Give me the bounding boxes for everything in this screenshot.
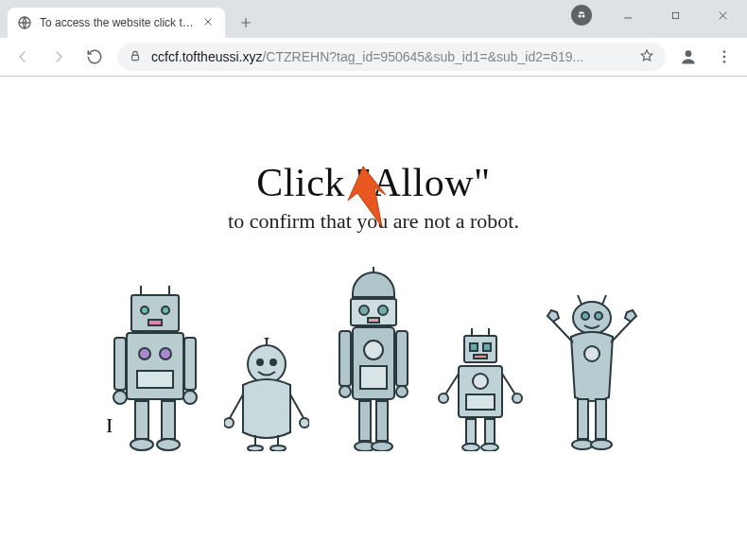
svg-rect-24 <box>162 401 175 439</box>
svg-point-79 <box>584 346 599 361</box>
svg-point-12 <box>141 306 148 314</box>
svg-point-5 <box>686 50 692 57</box>
close-icon[interactable] <box>202 16 216 29</box>
svg-rect-49 <box>339 331 351 386</box>
svg-point-29 <box>265 338 269 339</box>
svg-point-17 <box>160 348 171 359</box>
svg-point-26 <box>157 439 180 450</box>
svg-rect-45 <box>368 318 379 323</box>
svg-point-84 <box>572 440 593 449</box>
url-text: ccfcf.toftheussi.xyz/CTZREHN?tag_id=9506… <box>151 49 630 64</box>
svg-point-64 <box>473 374 488 389</box>
svg-point-43 <box>359 306 369 315</box>
svg-point-67 <box>439 394 448 403</box>
robot-icon <box>540 295 644 451</box>
svg-point-30 <box>257 359 263 365</box>
svg-point-38 <box>248 446 263 451</box>
globe-icon <box>17 15 32 30</box>
svg-rect-3 <box>672 12 678 18</box>
new-tab-button[interactable] <box>233 9 259 36</box>
svg-point-13 <box>162 306 169 314</box>
svg-rect-83 <box>596 399 606 439</box>
svg-point-16 <box>139 348 150 359</box>
svg-point-35 <box>300 418 309 428</box>
svg-point-7 <box>723 56 726 59</box>
svg-rect-20 <box>184 338 196 390</box>
svg-rect-70 <box>466 419 476 444</box>
svg-point-1 <box>579 15 582 18</box>
kebab-menu-icon[interactable] <box>711 44 738 70</box>
text-cursor-icon: I <box>106 413 113 438</box>
svg-point-39 <box>270 446 286 451</box>
svg-point-56 <box>372 442 392 451</box>
back-button[interactable] <box>9 44 36 70</box>
svg-point-25 <box>130 439 153 450</box>
svg-rect-54 <box>376 401 388 441</box>
svg-point-73 <box>481 444 498 451</box>
minimize-button[interactable] <box>607 1 649 29</box>
svg-rect-23 <box>135 401 148 439</box>
page-content: Click "Allow" to confirm that you are no… <box>0 160 747 560</box>
incognito-icon <box>571 5 592 26</box>
svg-rect-60 <box>470 343 478 351</box>
svg-point-78 <box>595 312 602 320</box>
svg-line-68 <box>502 374 515 394</box>
svg-rect-62 <box>474 355 487 359</box>
svg-rect-65 <box>466 394 495 410</box>
svg-point-77 <box>582 312 589 320</box>
robot-icon <box>103 286 207 451</box>
profile-button[interactable] <box>675 44 702 70</box>
url-host: ccfcf.toftheussi.xyz <box>151 49 262 64</box>
toolbar: ccfcf.toftheussi.xyz/CTZREHN?tag_id=9506… <box>0 38 747 76</box>
svg-point-2 <box>582 15 585 18</box>
browser-tab[interactable]: To access the website click the "A <box>8 8 225 38</box>
svg-rect-15 <box>127 333 183 399</box>
svg-point-85 <box>591 440 612 449</box>
svg-line-34 <box>290 394 304 418</box>
svg-rect-18 <box>137 371 173 388</box>
svg-rect-4 <box>132 55 139 60</box>
reload-button[interactable] <box>81 44 108 70</box>
lock-icon <box>129 49 142 65</box>
svg-rect-19 <box>114 338 126 390</box>
svg-point-22 <box>183 391 197 404</box>
address-bar[interactable]: ccfcf.toftheussi.xyz/CTZREHN?tag_id=9506… <box>117 43 666 71</box>
svg-point-52 <box>396 386 408 397</box>
svg-line-80 <box>553 322 573 342</box>
svg-point-21 <box>113 391 127 404</box>
svg-line-75 <box>578 295 582 305</box>
svg-point-47 <box>364 341 383 359</box>
svg-point-6 <box>723 50 726 53</box>
svg-rect-14 <box>148 320 162 325</box>
svg-rect-48 <box>360 366 387 389</box>
svg-point-72 <box>462 444 479 451</box>
window-controls <box>571 0 743 30</box>
svg-point-27 <box>248 345 286 383</box>
svg-point-69 <box>512 394 522 403</box>
svg-line-76 <box>602 295 606 305</box>
svg-line-81 <box>611 322 631 342</box>
svg-line-66 <box>445 374 459 394</box>
robot-icon <box>438 328 523 451</box>
svg-point-8 <box>723 61 726 63</box>
robot-icon <box>326 267 421 451</box>
svg-point-51 <box>339 386 351 397</box>
browser-chrome: To access the website click the "A <box>0 0 747 77</box>
url-path: /CTZREHN?tag_id=950645&sub_id1=&sub_id2=… <box>262 49 583 64</box>
robot-icon <box>224 338 309 451</box>
maximize-button[interactable] <box>654 1 696 29</box>
svg-rect-61 <box>483 343 491 351</box>
svg-rect-82 <box>578 399 588 439</box>
svg-point-31 <box>270 359 276 365</box>
svg-rect-53 <box>359 401 371 441</box>
tab-title: To access the website click the "A <box>40 16 197 29</box>
svg-point-44 <box>378 306 388 315</box>
titlebar: To access the website click the "A <box>0 0 747 38</box>
svg-line-32 <box>230 394 243 418</box>
svg-point-33 <box>224 418 234 428</box>
close-window-button[interactable] <box>702 1 743 29</box>
forward-button[interactable] <box>45 44 72 70</box>
bookmark-icon[interactable] <box>639 48 654 66</box>
svg-rect-50 <box>396 331 408 386</box>
svg-rect-71 <box>485 419 495 444</box>
